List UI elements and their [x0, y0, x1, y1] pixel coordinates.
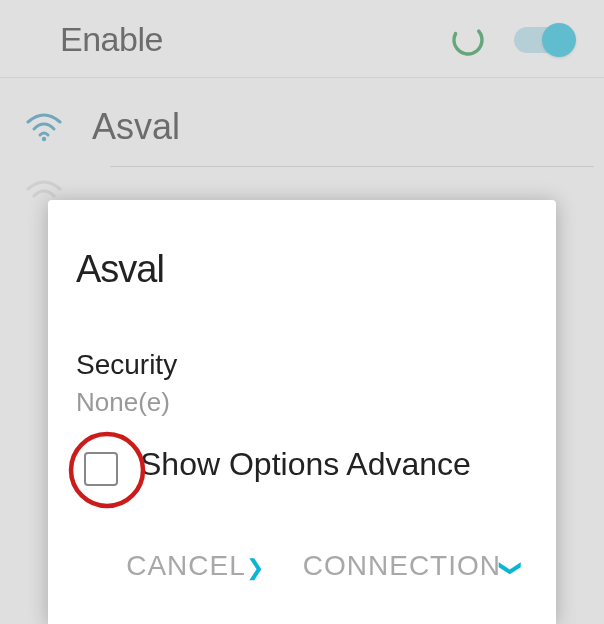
security-label: Security: [76, 349, 528, 381]
connect-button-label: CONNECTION: [303, 550, 501, 581]
caret-icon: ❯: [498, 559, 524, 578]
wifi-connect-dialog: Asval Security None(e) Show Options Adva…: [48, 200, 556, 624]
dialog-title: Asval: [76, 248, 528, 291]
show-advanced-row[interactable]: Show Options Advance: [76, 446, 528, 486]
show-advanced-label: Show Options Advance: [140, 446, 471, 483]
connect-button[interactable]: CONNECTION❯: [303, 550, 520, 582]
caret-icon: ❯: [246, 555, 265, 581]
show-advanced-checkbox[interactable]: [84, 452, 118, 486]
cancel-button-label: CANCEL: [126, 550, 246, 581]
dialog-button-row: CANCEL❯ CONNECTION❯: [76, 550, 528, 582]
security-value: None(e): [76, 387, 528, 418]
cancel-button[interactable]: CANCEL❯: [126, 550, 265, 582]
